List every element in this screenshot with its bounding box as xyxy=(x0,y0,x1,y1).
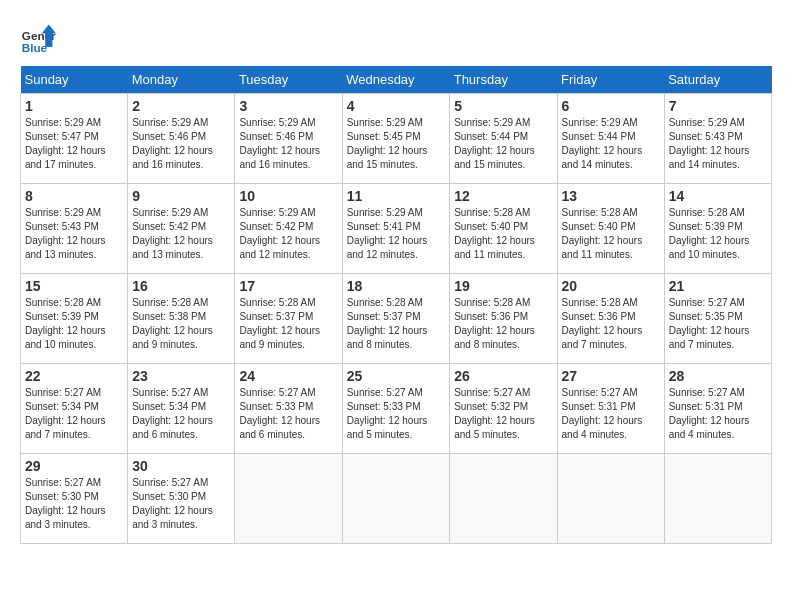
day-info: Sunrise: 5:28 AMSunset: 5:36 PMDaylight:… xyxy=(562,296,660,352)
day-info: Sunrise: 5:29 AMSunset: 5:44 PMDaylight:… xyxy=(454,116,552,172)
day-number: 26 xyxy=(454,368,552,384)
day-info: Sunrise: 5:29 AMSunset: 5:46 PMDaylight:… xyxy=(239,116,337,172)
day-number: 30 xyxy=(132,458,230,474)
calendar-day-5: 5Sunrise: 5:29 AMSunset: 5:44 PMDaylight… xyxy=(450,94,557,184)
day-number: 22 xyxy=(25,368,123,384)
calendar-day-6: 6Sunrise: 5:29 AMSunset: 5:44 PMDaylight… xyxy=(557,94,664,184)
day-number: 2 xyxy=(132,98,230,114)
day-info: Sunrise: 5:29 AMSunset: 5:42 PMDaylight:… xyxy=(239,206,337,262)
weekday-header-wednesday: Wednesday xyxy=(342,66,450,94)
day-number: 21 xyxy=(669,278,767,294)
day-info: Sunrise: 5:27 AMSunset: 5:30 PMDaylight:… xyxy=(25,476,123,532)
empty-cell xyxy=(664,454,771,544)
day-number: 19 xyxy=(454,278,552,294)
weekday-header-saturday: Saturday xyxy=(664,66,771,94)
day-number: 24 xyxy=(239,368,337,384)
calendar-day-22: 22Sunrise: 5:27 AMSunset: 5:34 PMDayligh… xyxy=(21,364,128,454)
day-number: 25 xyxy=(347,368,446,384)
calendar-day-16: 16Sunrise: 5:28 AMSunset: 5:38 PMDayligh… xyxy=(128,274,235,364)
day-info: Sunrise: 5:29 AMSunset: 5:47 PMDaylight:… xyxy=(25,116,123,172)
day-number: 28 xyxy=(669,368,767,384)
calendar-week-1: 1Sunrise: 5:29 AMSunset: 5:47 PMDaylight… xyxy=(21,94,772,184)
calendar-day-12: 12Sunrise: 5:28 AMSunset: 5:40 PMDayligh… xyxy=(450,184,557,274)
empty-cell xyxy=(235,454,342,544)
weekday-header-sunday: Sunday xyxy=(21,66,128,94)
day-number: 15 xyxy=(25,278,123,294)
day-number: 18 xyxy=(347,278,446,294)
day-info: Sunrise: 5:27 AMSunset: 5:33 PMDaylight:… xyxy=(347,386,446,442)
weekday-header-friday: Friday xyxy=(557,66,664,94)
calendar-header-row: SundayMondayTuesdayWednesdayThursdayFrid… xyxy=(21,66,772,94)
calendar-day-3: 3Sunrise: 5:29 AMSunset: 5:46 PMDaylight… xyxy=(235,94,342,184)
page-header: General Blue xyxy=(20,20,772,56)
calendar-day-10: 10Sunrise: 5:29 AMSunset: 5:42 PMDayligh… xyxy=(235,184,342,274)
calendar-day-19: 19Sunrise: 5:28 AMSunset: 5:36 PMDayligh… xyxy=(450,274,557,364)
day-number: 13 xyxy=(562,188,660,204)
day-number: 7 xyxy=(669,98,767,114)
day-info: Sunrise: 5:29 AMSunset: 5:43 PMDaylight:… xyxy=(25,206,123,262)
calendar-day-29: 29Sunrise: 5:27 AMSunset: 5:30 PMDayligh… xyxy=(21,454,128,544)
calendar-week-2: 8Sunrise: 5:29 AMSunset: 5:43 PMDaylight… xyxy=(21,184,772,274)
day-info: Sunrise: 5:28 AMSunset: 5:37 PMDaylight:… xyxy=(347,296,446,352)
day-number: 8 xyxy=(25,188,123,204)
calendar-day-30: 30Sunrise: 5:27 AMSunset: 5:30 PMDayligh… xyxy=(128,454,235,544)
calendar-day-7: 7Sunrise: 5:29 AMSunset: 5:43 PMDaylight… xyxy=(664,94,771,184)
weekday-header-monday: Monday xyxy=(128,66,235,94)
day-info: Sunrise: 5:28 AMSunset: 5:38 PMDaylight:… xyxy=(132,296,230,352)
day-info: Sunrise: 5:29 AMSunset: 5:42 PMDaylight:… xyxy=(132,206,230,262)
weekday-header-tuesday: Tuesday xyxy=(235,66,342,94)
calendar-day-9: 9Sunrise: 5:29 AMSunset: 5:42 PMDaylight… xyxy=(128,184,235,274)
calendar-day-4: 4Sunrise: 5:29 AMSunset: 5:45 PMDaylight… xyxy=(342,94,450,184)
empty-cell xyxy=(557,454,664,544)
day-info: Sunrise: 5:29 AMSunset: 5:43 PMDaylight:… xyxy=(669,116,767,172)
calendar-day-20: 20Sunrise: 5:28 AMSunset: 5:36 PMDayligh… xyxy=(557,274,664,364)
day-number: 6 xyxy=(562,98,660,114)
day-info: Sunrise: 5:27 AMSunset: 5:31 PMDaylight:… xyxy=(562,386,660,442)
calendar-day-2: 2Sunrise: 5:29 AMSunset: 5:46 PMDaylight… xyxy=(128,94,235,184)
day-number: 16 xyxy=(132,278,230,294)
day-info: Sunrise: 5:29 AMSunset: 5:44 PMDaylight:… xyxy=(562,116,660,172)
calendar-day-8: 8Sunrise: 5:29 AMSunset: 5:43 PMDaylight… xyxy=(21,184,128,274)
day-info: Sunrise: 5:27 AMSunset: 5:34 PMDaylight:… xyxy=(25,386,123,442)
day-number: 9 xyxy=(132,188,230,204)
empty-cell xyxy=(450,454,557,544)
calendar-week-3: 15Sunrise: 5:28 AMSunset: 5:39 PMDayligh… xyxy=(21,274,772,364)
day-number: 14 xyxy=(669,188,767,204)
day-number: 4 xyxy=(347,98,446,114)
day-info: Sunrise: 5:27 AMSunset: 5:30 PMDaylight:… xyxy=(132,476,230,532)
day-info: Sunrise: 5:28 AMSunset: 5:37 PMDaylight:… xyxy=(239,296,337,352)
empty-cell xyxy=(342,454,450,544)
calendar-week-5: 29Sunrise: 5:27 AMSunset: 5:30 PMDayligh… xyxy=(21,454,772,544)
calendar-day-17: 17Sunrise: 5:28 AMSunset: 5:37 PMDayligh… xyxy=(235,274,342,364)
calendar-day-14: 14Sunrise: 5:28 AMSunset: 5:39 PMDayligh… xyxy=(664,184,771,274)
calendar-day-21: 21Sunrise: 5:27 AMSunset: 5:35 PMDayligh… xyxy=(664,274,771,364)
day-info: Sunrise: 5:28 AMSunset: 5:40 PMDaylight:… xyxy=(454,206,552,262)
day-number: 12 xyxy=(454,188,552,204)
calendar-day-27: 27Sunrise: 5:27 AMSunset: 5:31 PMDayligh… xyxy=(557,364,664,454)
day-number: 23 xyxy=(132,368,230,384)
day-info: Sunrise: 5:28 AMSunset: 5:36 PMDaylight:… xyxy=(454,296,552,352)
calendar-day-24: 24Sunrise: 5:27 AMSunset: 5:33 PMDayligh… xyxy=(235,364,342,454)
calendar-day-26: 26Sunrise: 5:27 AMSunset: 5:32 PMDayligh… xyxy=(450,364,557,454)
day-number: 29 xyxy=(25,458,123,474)
day-number: 17 xyxy=(239,278,337,294)
logo: General Blue xyxy=(20,20,56,56)
day-number: 11 xyxy=(347,188,446,204)
day-number: 5 xyxy=(454,98,552,114)
day-number: 3 xyxy=(239,98,337,114)
day-info: Sunrise: 5:28 AMSunset: 5:39 PMDaylight:… xyxy=(669,206,767,262)
day-number: 1 xyxy=(25,98,123,114)
calendar-day-23: 23Sunrise: 5:27 AMSunset: 5:34 PMDayligh… xyxy=(128,364,235,454)
calendar-table: SundayMondayTuesdayWednesdayThursdayFrid… xyxy=(20,66,772,544)
calendar-day-18: 18Sunrise: 5:28 AMSunset: 5:37 PMDayligh… xyxy=(342,274,450,364)
calendar-day-1: 1Sunrise: 5:29 AMSunset: 5:47 PMDaylight… xyxy=(21,94,128,184)
day-info: Sunrise: 5:29 AMSunset: 5:46 PMDaylight:… xyxy=(132,116,230,172)
day-info: Sunrise: 5:28 AMSunset: 5:40 PMDaylight:… xyxy=(562,206,660,262)
calendar-day-11: 11Sunrise: 5:29 AMSunset: 5:41 PMDayligh… xyxy=(342,184,450,274)
day-info: Sunrise: 5:27 AMSunset: 5:31 PMDaylight:… xyxy=(669,386,767,442)
logo-icon: General Blue xyxy=(20,20,56,56)
calendar-day-28: 28Sunrise: 5:27 AMSunset: 5:31 PMDayligh… xyxy=(664,364,771,454)
calendar-day-15: 15Sunrise: 5:28 AMSunset: 5:39 PMDayligh… xyxy=(21,274,128,364)
day-info: Sunrise: 5:29 AMSunset: 5:45 PMDaylight:… xyxy=(347,116,446,172)
day-number: 20 xyxy=(562,278,660,294)
